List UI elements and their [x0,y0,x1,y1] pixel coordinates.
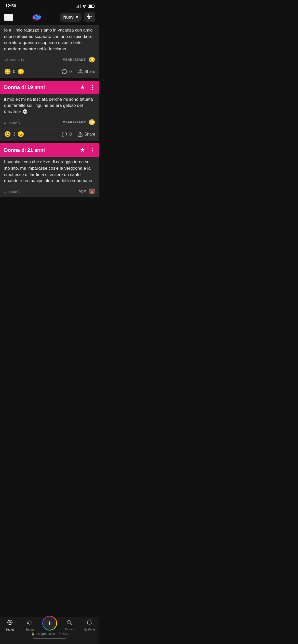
comment-count: 0 [69,132,72,137]
svg-point-9 [88,18,90,19]
post-category: IMBARAZZANTI 😳 [62,56,95,63]
category-label: IMBARAZZANTI [62,58,86,62]
post-content: Lavapiatti con che c**zo di coraggio tor… [0,157,99,187]
comment-button[interactable]: 0 [62,131,72,137]
category-label: VDM [79,190,86,193]
more-options-icon[interactable]: ⋮ [90,147,95,153]
post-content: Io e il mio ragazzo siamo in vacanza con… [0,25,99,55]
category-header-title: Donna di 19 anni [4,84,45,90]
svg-point-3 [37,16,37,16]
star-icon[interactable]: ★ [80,84,85,91]
post-card-with-header: Donna di 19 anni ★ ⋮ il mio ex mi ha las… [0,81,99,141]
share-icon [78,69,83,75]
signal-icon [76,4,80,8]
post-category: IMBARAZZANTI 😳 [62,119,95,126]
nav-right: Nuovi ▾ [60,12,95,22]
post-actions: 😊 0 😞 0 Share [0,66,99,78]
category-header-actions: ★ ⋮ [80,147,95,153]
post-meta: 1 minuto fa VDM 🐻 [0,187,99,197]
feed: Io e il mio ragazzo siamo in vacanza con… [0,25,99,236]
share-button[interactable]: Share [78,131,95,137]
comment-icon [62,69,67,75]
comment-count: 0 [69,69,72,74]
post-category: VDM 🐻 [79,188,95,195]
star-icon[interactable]: ★ [80,147,85,153]
status-time: 12:50 [5,4,16,9]
logo [30,12,43,22]
status-bar: 12:50 [0,0,99,10]
svg-point-8 [90,16,91,17]
nuovi-button[interactable]: Nuovi ▾ [60,13,82,22]
like-count: 3 [13,132,15,137]
category-header: Donna di 19 anni ★ ⋮ [0,81,99,94]
post-timestamp: 1 minuto fa [4,190,20,194]
sliders-icon [87,14,92,19]
share-label: Share [84,69,95,74]
post-card-with-header: Donna di 21 anni ★ ⋮ Lavapiatti con che … [0,143,99,197]
post-timestamp: 1 minuto fa [4,121,20,124]
like-negative-icon[interactable]: 😞 [17,131,24,138]
category-header: Donna di 21 anni ★ ⋮ [0,143,99,157]
battery-icon [88,5,94,8]
post-timestamp: 10 secondi fa [4,58,24,62]
post-meta: 10 secondi fa IMBARAZZANTI 😳 [0,55,99,66]
wifi-icon [82,4,87,8]
logo-icon [30,12,43,22]
top-nav: Nuovi ▾ [0,10,99,25]
post-meta: 1 minuto fa IMBARAZZANTI 😳 [0,118,99,128]
post-card: Io e il mio ragazzo siamo in vacanza con… [0,25,99,78]
like-group: 😊 0 😞 [4,68,24,75]
share-button[interactable]: Share [78,69,95,75]
post-actions: 😊 3 😞 0 Share [0,128,99,141]
category-header-actions: ★ ⋮ [80,84,95,91]
post-content: il mio ex mi ha lasciata perché mi sono … [0,94,99,118]
filter-button[interactable] [84,12,95,22]
comment-button[interactable]: 0 [62,69,72,75]
category-emoji: 😳 [88,119,95,126]
share-label: Share [84,132,95,137]
like-group: 😊 3 😞 [4,131,24,138]
comment-icon [62,131,67,137]
category-label: IMBARAZZANTI [62,121,86,124]
svg-point-7 [88,14,89,16]
status-icons [76,4,94,8]
category-emoji: 😳 [88,56,95,63]
like-positive-icon[interactable]: 😊 [4,68,11,75]
like-count: 0 [13,69,15,74]
category-header-title: Donna di 21 anni [4,147,45,153]
more-options-icon[interactable]: ⋮ [90,84,95,91]
like-positive-icon[interactable]: 😊 [4,131,11,138]
hamburger-icon [6,15,12,16]
hamburger-button[interactable] [4,14,13,21]
category-emoji: 🐻 [88,188,95,195]
share-icon [78,131,83,137]
like-negative-icon[interactable]: 😞 [17,68,24,75]
